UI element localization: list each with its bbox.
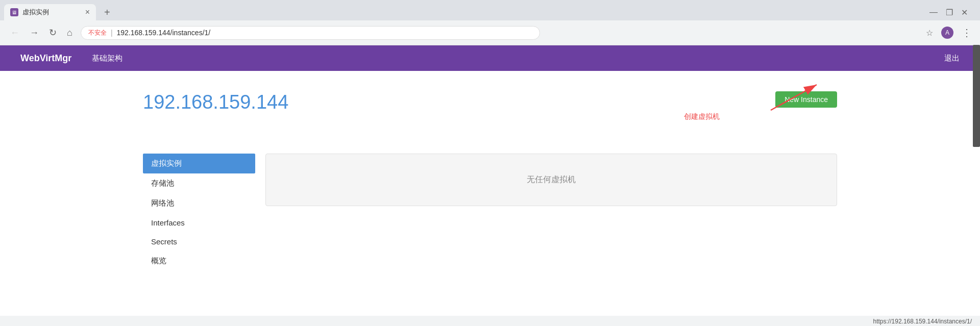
- sidebar-item-secrets[interactable]: Secrets: [143, 232, 255, 251]
- bookmark-button[interactable]: ☆: [926, 28, 933, 38]
- svg-line-1: [771, 85, 817, 110]
- security-indicator: 不安全: [88, 29, 107, 37]
- back-button[interactable]: ←: [8, 26, 21, 40]
- arrow-svg: [740, 80, 832, 115]
- browser-chrome: 🖥 虚拟实例 × + — ❐ ✕ ← → ↻ ⌂ 不安全 | 192.168.1…: [0, 0, 980, 45]
- sidebar-item-storage[interactable]: 存储池: [143, 173, 255, 193]
- sidebar-item-network[interactable]: 网络池: [143, 193, 255, 213]
- header-right: New Instance 创建虚拟机: [684, 91, 837, 138]
- page-header: 192.168.159.144 New Instance 创建虚拟机: [143, 91, 837, 138]
- sidebar-item-vms[interactable]: 虚拟实例: [143, 154, 255, 173]
- url-separator: |: [111, 29, 113, 37]
- main-content: 192.168.159.144 New Instance 创建虚拟机: [0, 71, 980, 316]
- tab-bar: 🖥 虚拟实例 × + — ❐ ✕: [0, 0, 980, 20]
- maximize-button[interactable]: ❐: [946, 8, 953, 17]
- scrollbar[interactable]: [973, 45, 980, 147]
- annotation-container: 创建虚拟机: [684, 108, 837, 138]
- reload-button[interactable]: ↻: [47, 25, 59, 40]
- more-options-button[interactable]: ⋮: [962, 27, 972, 39]
- sidebar-item-interfaces[interactable]: Interfaces: [143, 213, 255, 232]
- url-actions: ☆ A ⋮: [926, 27, 972, 39]
- infra-link[interactable]: 基础架构: [92, 54, 122, 63]
- logout-link[interactable]: 退出: [944, 54, 960, 63]
- window-controls: — ❐ ✕: [929, 8, 976, 17]
- annotation-text: 创建虚拟机: [684, 112, 720, 121]
- tab-close-button[interactable]: ×: [85, 8, 90, 16]
- instance-list: 无任何虚拟机: [265, 154, 837, 271]
- minimize-button[interactable]: —: [929, 8, 938, 17]
- home-button[interactable]: ⌂: [65, 26, 75, 40]
- tab-favicon: 🖥: [10, 8, 18, 16]
- sidebar-item-overview[interactable]: 概览: [143, 251, 255, 271]
- url-bar[interactable]: 不安全 | 192.168.159.144/instances/1/: [81, 26, 540, 40]
- address-bar: ← → ↻ ⌂ 不安全 | 192.168.159.144/instances/…: [0, 20, 980, 45]
- status-url: https://192.168.159.144/instances/1/: [873, 318, 972, 325]
- app-brand: WebVirtMgr: [20, 53, 71, 64]
- forward-button[interactable]: →: [28, 26, 41, 40]
- tab-title: 虚拟实例: [22, 8, 49, 17]
- close-window-button[interactable]: ✕: [961, 8, 968, 17]
- empty-state: 无任何虚拟机: [265, 154, 837, 206]
- app-nav: WebVirtMgr 基础架构 退出: [0, 45, 980, 71]
- content-area: 虚拟实例 存储池 网络池 Interfaces Secrets 概览 无任何虚拟…: [143, 154, 837, 271]
- new-tab-button[interactable]: +: [100, 7, 114, 18]
- page-title: 192.168.159.144: [143, 91, 288, 113]
- active-tab[interactable]: 🖥 虚拟实例 ×: [4, 4, 96, 20]
- profile-avatar[interactable]: A: [941, 27, 953, 39]
- url-text[interactable]: 192.168.159.144/instances/1/: [117, 29, 211, 37]
- status-bar: https://192.168.159.144/instances/1/: [0, 316, 980, 326]
- sidebar: 虚拟实例 存储池 网络池 Interfaces Secrets 概览: [143, 154, 255, 271]
